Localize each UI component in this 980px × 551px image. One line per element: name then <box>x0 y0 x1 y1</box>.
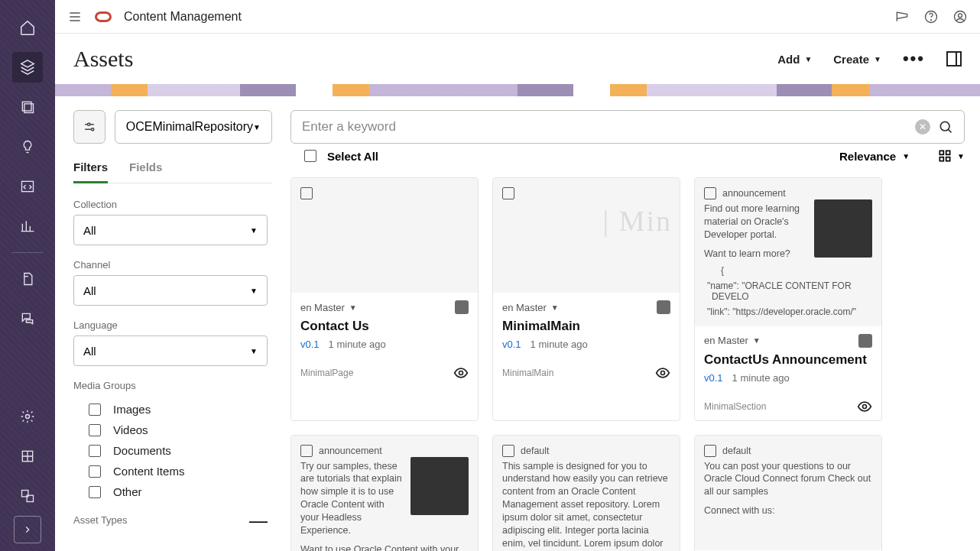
card-version[interactable]: v0.1 <box>300 339 320 350</box>
rail-expand-button[interactable] <box>14 516 41 543</box>
asset-card[interactable]: defaultThis sample is designed for you t… <box>492 435 680 552</box>
card-type: MinimalMain <box>502 368 553 378</box>
asset-types-collapse[interactable]: — <box>249 517 268 524</box>
card-checkbox[interactable] <box>704 187 716 199</box>
asset-card[interactable]: defaultYou can post your questions to ou… <box>694 435 882 552</box>
collection-label: Collection <box>73 199 268 210</box>
svg-rect-15 <box>946 151 950 154</box>
announcements-icon[interactable] <box>894 9 910 24</box>
language-select[interactable]: All▼ <box>73 335 268 366</box>
fields-tab[interactable]: Fields <box>129 160 162 183</box>
add-button[interactable]: Add▼ <box>777 53 812 66</box>
chevron-down-icon: ▼ <box>753 336 761 345</box>
card-body: en Master▼ContactUs Announcementv0.11 mi… <box>695 326 881 420</box>
card-language[interactable]: en Master <box>300 302 345 313</box>
svg-point-8 <box>931 19 932 20</box>
media-videos[interactable]: Videos <box>73 420 268 440</box>
card-language[interactable]: en Master <box>704 335 748 346</box>
media-documents[interactable]: Documents <box>73 440 268 461</box>
card-tag: announcement <box>722 188 786 199</box>
nav-collab[interactable] <box>12 481 43 511</box>
filters-tab[interactable]: Filters <box>73 160 108 183</box>
card-type: MinimalPage <box>300 368 353 378</box>
nav-sites[interactable] <box>12 92 43 122</box>
card-version[interactable]: v0.1 <box>502 339 521 350</box>
svg-rect-16 <box>939 157 943 161</box>
preview-icon[interactable] <box>655 365 670 381</box>
card-thumbnail <box>814 199 872 258</box>
preview-icon[interactable] <box>857 399 872 414</box>
card-language[interactable]: en Master <box>502 302 547 313</box>
decor-strip <box>55 84 980 96</box>
search-bar: ✕ <box>290 110 965 144</box>
nav-conversations[interactable] <box>12 303 43 334</box>
card-preview: defaultThis sample is designed for you t… <box>493 436 680 552</box>
card-snippet: This sample is designed for you to under… <box>502 460 670 552</box>
card-checkbox[interactable] <box>704 445 716 457</box>
svg-point-13 <box>940 122 949 131</box>
card-snippet: You can post your questions to our Oracl… <box>704 460 872 499</box>
card-version[interactable]: v0.1 <box>704 372 723 384</box>
card-checkbox[interactable] <box>502 445 514 457</box>
card-checkbox[interactable] <box>502 187 514 199</box>
card-body: en Master▼MinimalMainv0.11 minute agoMin… <box>493 293 680 387</box>
nav-documents[interactable] <box>12 264 43 294</box>
media-content-items[interactable]: Content Items <box>73 461 268 481</box>
repository-select[interactable]: OCEMinimalRepository ▼ <box>115 110 272 144</box>
card-time: 1 minute ago <box>531 339 588 350</box>
card-checkbox[interactable] <box>300 445 313 457</box>
asset-types-label: Asset Types <box>73 514 128 526</box>
select-all-label: Select All <box>327 150 378 163</box>
sort-button[interactable]: Relevance▼ <box>839 150 910 163</box>
page-header: Assets Add▼ Create▼ ••• <box>55 34 980 84</box>
card-tag: announcement <box>319 446 382 456</box>
nav-admin[interactable] <box>12 401 43 432</box>
card-checkbox[interactable] <box>300 187 313 199</box>
more-actions-button[interactable]: ••• <box>903 49 925 69</box>
search-input[interactable] <box>302 119 907 135</box>
svg-point-3 <box>26 415 30 419</box>
collection-select[interactable]: All▼ <box>73 215 268 245</box>
media-images[interactable]: Images <box>73 399 268 420</box>
nav-integrations[interactable] <box>12 441 43 472</box>
card-preview <box>291 178 478 293</box>
oracle-logo <box>95 11 112 22</box>
nav-home[interactable] <box>12 12 43 43</box>
media-other[interactable]: Other <box>73 481 268 502</box>
language-label: Language <box>73 319 268 331</box>
select-all-checkbox[interactable] <box>304 150 316 162</box>
svg-rect-14 <box>939 151 943 154</box>
nav-analytics[interactable] <box>12 211 43 241</box>
asset-card[interactable]: announcementTry our samples, these are t… <box>290 435 479 552</box>
nav-recommendations[interactable] <box>12 131 43 162</box>
filters-scroll[interactable]: Collection All▼ Channel All▼ Language Al… <box>73 197 272 551</box>
card-preview: announcementTry our samples, these are t… <box>291 436 478 552</box>
svg-rect-2 <box>22 181 34 191</box>
help-icon[interactable] <box>923 9 939 24</box>
card-status-icon <box>657 300 670 314</box>
user-icon[interactable] <box>952 9 968 24</box>
results-grid[interactable]: en Master▼Contact Usv0.11 minute agoMini… <box>290 177 965 551</box>
asset-card[interactable]: announcementFind out more learning mater… <box>694 177 882 421</box>
svg-point-18 <box>459 371 463 375</box>
filter-panel-toggle[interactable] <box>73 110 105 144</box>
preview-icon[interactable] <box>453 365 469 381</box>
asset-card[interactable]: en Master▼Contact Usv0.11 minute agoMini… <box>290 177 479 421</box>
card-preview: announcementFind out more learning mater… <box>695 178 881 326</box>
channel-select[interactable]: All▼ <box>73 275 268 306</box>
search-icon[interactable] <box>938 119 953 135</box>
clear-search-icon[interactable]: ✕ <box>915 119 930 135</box>
create-button[interactable]: Create▼ <box>833 53 881 66</box>
hamburger-button[interactable] <box>67 9 83 24</box>
card-body: en Master▼Contact Usv0.11 minute agoMini… <box>291 293 478 387</box>
nav-assets[interactable] <box>12 52 43 83</box>
view-mode-button[interactable]: ▼ <box>937 148 965 164</box>
card-time: 1 minute ago <box>732 372 790 384</box>
asset-card[interactable]: | Minen Master▼MinimalMainv0.11 minute a… <box>492 177 680 421</box>
card-snippet: Connect with us: <box>704 504 872 517</box>
svg-point-12 <box>91 128 93 131</box>
svg-point-10 <box>959 13 962 17</box>
nav-developer[interactable] <box>12 171 43 202</box>
card-type: MinimalSection <box>704 401 766 412</box>
side-panel-toggle[interactable] <box>946 51 962 66</box>
